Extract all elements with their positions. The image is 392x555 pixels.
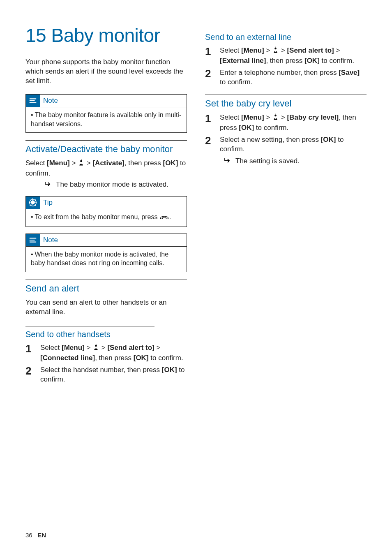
baby-cry-level-label: [Baby cry level] (287, 113, 339, 121)
connected-line-label: [Connected line] (40, 354, 95, 362)
text: Select (40, 344, 62, 352)
svg-point-12 (274, 114, 277, 116)
subsection-heading-send-other: Send to other handsets (25, 330, 187, 339)
baby-icon (272, 46, 279, 56)
divider (205, 95, 367, 95)
step-number: 1 (205, 46, 214, 66)
svg-point-9 (96, 348, 97, 349)
page-number: 36 (25, 532, 32, 539)
menu-label: [Menu] (62, 344, 85, 352)
separator: > (279, 46, 287, 54)
callout-header: Note (26, 234, 187, 247)
note-icon (26, 234, 40, 246)
activate-label: [Activate] (92, 159, 124, 167)
tip-text-suffix: . (169, 213, 171, 220)
text: Select (220, 46, 241, 54)
step-1: 1 Select [Menu] > > [Send alert to] > [E… (205, 46, 367, 66)
svg-point-11 (275, 51, 276, 52)
note-callout-2: Note •When the baby monitor mode is acti… (25, 234, 187, 272)
result-arrow-icon (44, 180, 52, 190)
svg-point-8 (95, 345, 97, 347)
send-alert-body: You can send an alert to other handsets … (25, 298, 187, 317)
result-text: The baby monitor mode is activated. (56, 180, 168, 190)
note-callout: Note •The baby monitor feature is availa… (25, 94, 187, 133)
step-2: 2 Select a new setting, then press [OK] … (205, 135, 367, 154)
intro-paragraph: Your phone supports the baby monitor fun… (25, 58, 187, 86)
callout-header: Note (26, 95, 187, 107)
callout-body: •To exit from the baby monitor menu, pre… (26, 209, 187, 227)
text: , then press (95, 354, 134, 362)
separator: > (334, 46, 340, 54)
section-heading-send-alert: Send an alert (25, 283, 187, 294)
step-1: 1 Select [Menu] > > [Baby cry level], th… (205, 113, 367, 133)
callout-title: Note (43, 97, 58, 105)
callout-header: Tip (26, 197, 187, 209)
step-text: Select [Menu] > > [Baby cry level], then… (220, 113, 367, 133)
step-text: Select [Menu] > > [Send alert to] > [Ext… (220, 46, 367, 66)
separator: > (99, 344, 107, 352)
step-number: 1 (205, 113, 214, 133)
note-icon (26, 95, 40, 107)
step-number: 2 (205, 135, 214, 154)
section-heading-activate: Activate/Deactivate the baby monitor (25, 144, 187, 155)
tip-icon (26, 197, 40, 209)
step-2: 2 Enter a telephone number, then press [… (205, 68, 367, 87)
activate-body: Select [Menu] > > [Activate], then press… (25, 159, 187, 178)
text: Enter a telephone number, then press (220, 69, 339, 76)
note-text: When the baby monitor mode is activated,… (31, 251, 168, 267)
step-text: Select a new setting, then press [OK] to… (220, 135, 367, 154)
svg-point-13 (275, 118, 276, 119)
result-arrow-icon (224, 157, 231, 166)
step-number: 1 (25, 343, 35, 363)
external-line-label: [External line] (220, 57, 266, 65)
save-label: [Save] (339, 69, 360, 76)
step-text: Select [Menu] > > [Send alert to] > [Con… (40, 343, 187, 363)
right-column: Send to an external line 1 Select [Menu]… (205, 25, 367, 387)
two-column-layout: 15 Baby monitor Your phone supports the … (25, 25, 367, 387)
subsection-heading-send-ext: Send to an external line (205, 32, 367, 42)
chapter-title: 15 Baby monitor (25, 25, 187, 45)
menu-label: [Menu] (241, 113, 264, 121)
ok-label: [OK] (162, 366, 177, 374)
text: to confirm. (149, 354, 183, 362)
text: to confirm. (320, 57, 354, 65)
divider-short (205, 29, 334, 29)
divider (25, 140, 187, 141)
svg-point-10 (274, 48, 277, 50)
ok-label: [OK] (304, 57, 320, 65)
text: to confirm. (220, 78, 252, 86)
tip-text-prefix: To exit from the baby monitor menu, pres… (35, 213, 159, 220)
send-alert-to-label: [Send alert to] (107, 344, 154, 352)
callout-body: •The baby monitor feature is available o… (26, 107, 187, 132)
divider (25, 280, 187, 280)
step-number: 2 (205, 68, 214, 87)
send-alert-to-label: [Send alert to] (287, 46, 334, 54)
step-1: 1 Select [Menu] > > [Send alert to] > [C… (25, 343, 187, 363)
text: , then press (125, 159, 163, 167)
svg-point-4 (81, 164, 82, 164)
separator: > (279, 113, 287, 121)
bullet-icon: • (31, 213, 33, 220)
step-number: 2 (25, 365, 35, 384)
text: Select (25, 159, 47, 167)
section-heading-cry-level: Set the baby cry level (205, 98, 367, 109)
note-text: The baby monitor feature is available on… (31, 111, 181, 127)
ok-label: [OK] (134, 354, 149, 362)
separator: > (85, 344, 92, 352)
svg-point-3 (80, 160, 82, 162)
baby-icon (272, 113, 279, 123)
callout-body: •When the baby monitor mode is activated… (26, 247, 187, 272)
text: Select a new setting, then press (220, 136, 321, 143)
text: Select the handset number, then press (40, 366, 162, 374)
callout-title: Note (43, 236, 58, 244)
step-2: 2 Select the handset number, then press … (25, 365, 187, 384)
bullet-icon: • (31, 111, 33, 118)
page-footer: 36 EN (25, 532, 46, 539)
menu-label: [Menu] (241, 46, 264, 54)
ok-label: [OK] (163, 159, 178, 167)
text: Select (220, 113, 241, 121)
separator: > (264, 46, 272, 54)
result-row: The setting is saved. (224, 157, 367, 166)
hangup-icon (159, 213, 169, 222)
text: to confirm. (254, 124, 288, 132)
